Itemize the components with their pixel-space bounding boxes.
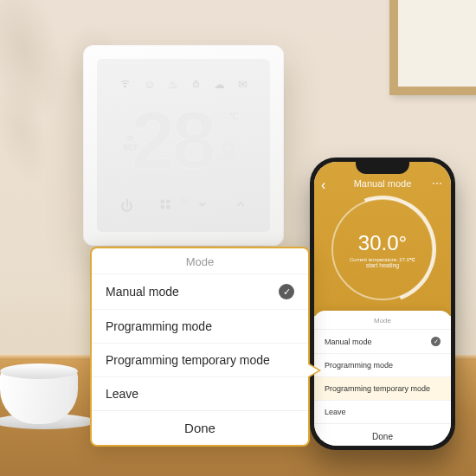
callout-done-button[interactable]: Done xyxy=(92,410,308,445)
down-button[interactable] xyxy=(196,198,209,213)
sheet-header: Mode xyxy=(314,311,451,329)
temperature-dial[interactable]: 30.0° Current temperature: 27.0℃ start h… xyxy=(331,198,434,300)
svg-rect-4 xyxy=(160,205,164,209)
sheet-done-button[interactable]: Done xyxy=(314,423,451,446)
face-icon: ☺ xyxy=(144,78,155,92)
picture-frame xyxy=(389,0,476,95)
option-label: Manual mode xyxy=(325,338,372,346)
option-label: Programming temporary mode xyxy=(106,353,270,367)
option-label: Programming mode xyxy=(325,361,393,370)
chat-icon: ✉ xyxy=(238,78,248,92)
mode-picker-callout: Mode Manual mode ✓ Programming mode Prog… xyxy=(90,247,310,447)
thermostat-status-icons: ☺ ♨ ☁ ✉ xyxy=(97,78,270,92)
check-icon: ✓ xyxy=(431,337,441,346)
app-title: Manual mode xyxy=(314,178,451,189)
check-icon: ✓ xyxy=(279,284,294,299)
option-label: Leave xyxy=(106,387,138,401)
svg-rect-1 xyxy=(194,83,199,87)
thermostat-device: ☺ ♨ ☁ ✉ ⟳SET ℃ 28 .9 ♨ ⏻ xyxy=(83,45,284,246)
cloud-icon: ☁ xyxy=(214,78,225,92)
mode-sheet: Mode Manual mode ✓ Programming mode Prog… xyxy=(314,311,451,446)
temperature-display: 28 .9 xyxy=(97,109,270,173)
phone-notch xyxy=(356,162,409,174)
coffee-cup xyxy=(0,346,95,424)
mode-button[interactable] xyxy=(159,198,171,213)
callout-option-programming-temporary[interactable]: Programming temporary mode xyxy=(92,343,308,376)
temp-decimal: .9 xyxy=(215,137,236,166)
thermostat-screen: ☺ ♨ ☁ ✉ ⟳SET ℃ 28 .9 ♨ ⏻ xyxy=(97,59,270,232)
temp-main: 28 xyxy=(131,109,212,173)
wifi-icon xyxy=(119,78,131,92)
sheet-option-programming[interactable]: Programming mode xyxy=(314,353,451,376)
dial-status: start heating xyxy=(366,262,400,268)
callout-option-manual[interactable]: Manual mode ✓ xyxy=(92,273,308,309)
phone-screen: ‹ Manual mode ⋯ 30.0° Current temperatur… xyxy=(314,162,451,446)
dial-current: Current temperature: 27.0℃ xyxy=(350,256,415,262)
callout-header: Mode xyxy=(92,248,308,273)
lock-icon xyxy=(191,78,201,92)
callout-option-leave[interactable]: Leave xyxy=(92,376,308,410)
option-label: Manual mode xyxy=(106,285,179,299)
svg-rect-5 xyxy=(166,205,170,209)
sheet-option-leave[interactable]: Leave xyxy=(314,400,451,423)
callout-option-programming[interactable]: Programming mode xyxy=(92,309,308,343)
svg-rect-3 xyxy=(166,200,170,203)
up-button[interactable] xyxy=(235,198,247,213)
callout-arrow-icon xyxy=(308,363,321,378)
phone-device: ‹ Manual mode ⋯ 30.0° Current temperatur… xyxy=(310,158,455,450)
power-button[interactable]: ⏻ xyxy=(120,198,133,213)
sheet-option-programming-temporary[interactable]: Programming temporary mode xyxy=(314,376,451,400)
thermostat-controls: ⏻ xyxy=(97,198,270,213)
app-header: ‹ Manual mode ⋯ 30.0° Current temperatur… xyxy=(314,162,451,316)
sheet-option-manual[interactable]: Manual mode ✓ xyxy=(314,329,451,353)
svg-point-0 xyxy=(125,87,125,87)
option-label: Programming mode xyxy=(106,319,212,333)
option-label: Programming temporary mode xyxy=(325,384,430,393)
svg-rect-2 xyxy=(160,200,164,203)
dial-temp: 30.0° xyxy=(358,231,407,255)
option-label: Leave xyxy=(325,408,346,416)
more-button[interactable]: ⋯ xyxy=(432,177,442,190)
flame-icon: ♨ xyxy=(168,78,178,92)
